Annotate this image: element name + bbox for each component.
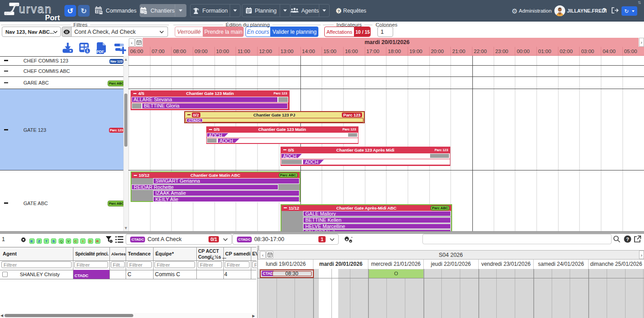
svg-text:?: ?: [626, 237, 629, 242]
svg-text:PDF: PDF: [96, 49, 104, 54]
svg-text:1: 1: [86, 48, 89, 53]
svg-text:?: ?: [337, 9, 340, 13]
svg-text:Port: Port: [45, 13, 60, 22]
